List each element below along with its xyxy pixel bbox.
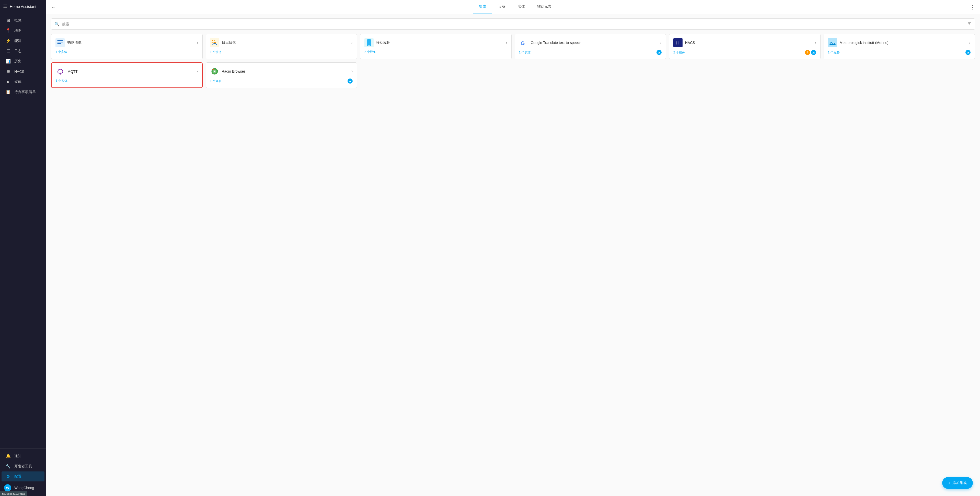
topbar: ← 集成设备实体辅助元素 ⋮ (46, 0, 980, 14)
integration-card-shopping[interactable]: 购物清单 › 1 个实体 (51, 34, 203, 59)
card-title-area: 购物清单 (56, 38, 194, 47)
card-header: 移动应用 › (364, 38, 507, 47)
svg-line-8 (212, 40, 213, 41)
svg-rect-4 (57, 42, 63, 42)
chevron-right-icon: › (197, 40, 198, 45)
card-title-area: MQTT (56, 67, 194, 76)
card-header: Meteorologisk institutt (Met.no) › (828, 38, 971, 47)
card-name: 购物清单 (67, 40, 81, 45)
integration-card-mqtt[interactable]: MQTT › 1 个实体 (51, 62, 203, 88)
card-title-area: Radio Browser (210, 67, 349, 76)
tab-helpers[interactable]: 辅助元素 (531, 0, 558, 14)
integration-card-hacs[interactable]: H HACS › 2 个服务 !☁ (669, 34, 821, 59)
status-badge: ☁ (657, 50, 662, 55)
sidebar-item-label: 开发者工具 (14, 464, 32, 469)
card-name: MQTT (67, 70, 78, 73)
card-title-area: 日出日落 (210, 38, 349, 47)
sidebar-item-label: 概览 (14, 18, 21, 23)
tab-entities[interactable]: 实体 (512, 0, 531, 14)
card-header: 购物清单 › (56, 38, 198, 47)
username: WangChong (14, 486, 34, 490)
integration-card-sunrise[interactable]: 日出日落 › 1 个服务 (206, 34, 357, 59)
sidebar-item-overview[interactable]: ⊞概览 (2, 15, 45, 25)
content-area: 🔍 购物清单 › 1 个实体 日出日落 › (46, 14, 980, 496)
svg-rect-11 (368, 45, 370, 46)
card-badges: ☁ (657, 50, 662, 55)
sunrise-icon (210, 38, 219, 47)
card-meta: 1 个条目 ☁ (210, 78, 353, 84)
diary-icon: ☰ (6, 49, 11, 53)
fab-label: 添加集成 (952, 481, 967, 485)
svg-point-18 (214, 70, 215, 72)
sidebar-item-history[interactable]: 📊历史 (2, 56, 45, 66)
card-meta: 1 个服务 ☁ (828, 50, 971, 55)
history-icon: 📊 (6, 59, 11, 64)
met-icon (828, 38, 837, 47)
integration-card-mobile[interactable]: 移动应用 › 2 个设备 (360, 34, 512, 59)
card-entity-count: 1 个服务 (210, 50, 222, 54)
card-header: 日出日落 › (210, 38, 353, 47)
chevron-right-icon: › (352, 40, 353, 45)
status-badge: ! (805, 50, 810, 55)
card-entity-count: 1 个实体 (519, 50, 531, 55)
menu-icon[interactable]: ☰ (3, 3, 7, 9)
card-meta: 1 个实体 (56, 50, 198, 54)
back-button[interactable]: ← (51, 4, 56, 10)
tab-devices[interactable]: 设备 (492, 0, 512, 14)
sidebar-bottom: 🔔 通知 🔧开发者工具⚙配置 W WangChong (0, 448, 46, 496)
more-menu-button[interactable]: ⋮ (970, 4, 975, 10)
sidebar-item-notification[interactable]: 🔔 通知 (2, 451, 45, 461)
card-entity-count: 2 个服务 (673, 50, 685, 55)
sidebar-nav: ⊞概览📍地图⚡能源☰日志📊历史▦HACS▶媒体📋待办事项清单 (0, 13, 46, 448)
sidebar-notification-label: 通知 (14, 454, 21, 458)
sidebar-item-diary[interactable]: ☰日志 (2, 46, 45, 56)
chevron-right-icon: › (197, 69, 198, 74)
integration-card-radio-browser[interactable]: Radio Browser › 1 个条目 ☁ (206, 62, 357, 88)
svg-point-15 (60, 73, 61, 75)
card-meta: 2 个服务 !☁ (673, 50, 816, 55)
sidebar-item-label: 日志 (14, 49, 21, 53)
filter-icon[interactable] (967, 21, 972, 27)
card-badges: !☁ (805, 50, 816, 55)
svg-text:G: G (520, 40, 525, 46)
card-name: 移动应用 (376, 40, 390, 45)
tab-integrations[interactable]: 集成 (473, 0, 492, 14)
sidebar: ☰ Home Assistant ⊞概览📍地图⚡能源☰日志📊历史▦HACS▶媒体… (0, 0, 46, 496)
card-title-area: Meteorologisk institutt (Met.no) (828, 38, 967, 47)
sidebar-item-media[interactable]: ▶媒体 (2, 77, 45, 87)
sidebar-item-map[interactable]: 📍地图 (2, 26, 45, 35)
integration-grid: 购物清单 › 1 个实体 日出日落 › 1 个服务 移动应用 › (51, 34, 975, 88)
google-tts-icon: G (519, 38, 528, 47)
sidebar-item-label: HACS (14, 70, 24, 73)
sidebar-item-energy[interactable]: ⚡能源 (2, 36, 45, 46)
sidebar-item-label: 能源 (14, 38, 21, 43)
url-tooltip: ha.local:8123/map (0, 491, 27, 496)
media-icon: ▶ (6, 79, 11, 84)
status-badge: ☁ (966, 50, 970, 55)
card-header: Radio Browser › (210, 67, 353, 76)
card-meta: 2 个设备 (364, 50, 507, 54)
chevron-right-icon: › (352, 69, 353, 73)
sidebar-item-todo[interactable]: 📋待办事项清单 (2, 87, 45, 97)
hacs-icon: ▦ (6, 69, 11, 74)
sidebar-item-hacs[interactable]: ▦HACS (2, 67, 45, 77)
integration-card-met[interactable]: Meteorologisk institutt (Met.no) › 1 个服务… (824, 34, 975, 59)
search-bar: 🔍 (51, 18, 975, 30)
card-entity-count: 1 个服务 (828, 50, 840, 55)
mobile-icon (364, 38, 374, 47)
card-entity-count: 1 个实体 (56, 50, 67, 54)
card-badges: ☁ (348, 78, 353, 84)
chevron-right-icon: › (815, 40, 816, 45)
sidebar-item-label: 地图 (14, 29, 21, 33)
card-title-area: 移动应用 (364, 38, 503, 47)
card-header: MQTT › (56, 67, 198, 76)
mqtt-icon (56, 67, 65, 76)
card-header: H HACS › (673, 38, 816, 47)
shopping-icon (56, 38, 65, 47)
sidebar-item-label: 配置 (14, 474, 21, 479)
add-integration-button[interactable]: + 添加集成 (942, 477, 973, 489)
search-input[interactable] (62, 22, 964, 26)
integration-card-google-tts[interactable]: G Google Translate text-to-speech › 1 个实… (515, 34, 666, 59)
sidebar-item-config[interactable]: ⚙配置 (2, 472, 45, 482)
sidebar-item-devtools[interactable]: 🔧开发者工具 (2, 461, 45, 471)
